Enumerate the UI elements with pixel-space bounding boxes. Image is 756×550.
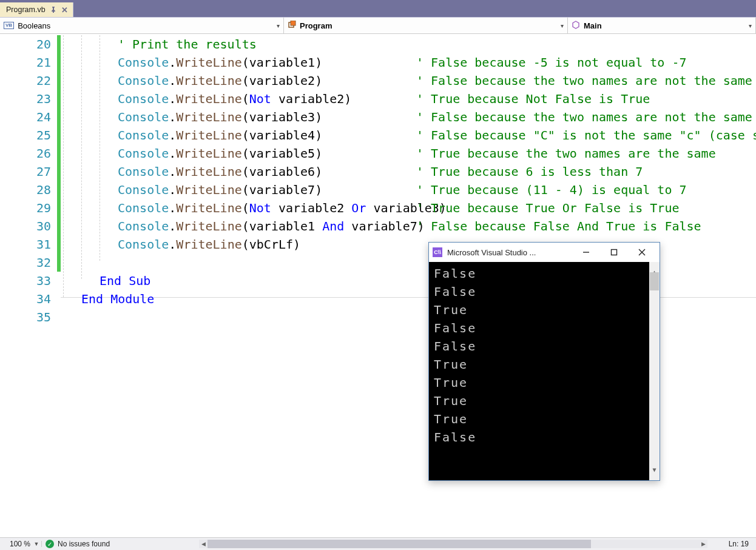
code-line[interactable]: Console.WriteLine(variable7)' True becau… bbox=[61, 181, 756, 199]
line-number: 25 bbox=[0, 126, 51, 144]
close-button[interactable] bbox=[628, 243, 656, 261]
code-comment: ' False because the two names are not th… bbox=[416, 72, 752, 90]
code-line[interactable]: Console.WriteLine(Not variable2 Or varia… bbox=[61, 199, 756, 217]
code-line[interactable]: Console.WriteLine(variable4)' False beca… bbox=[61, 126, 756, 144]
svg-rect-1 bbox=[291, 21, 295, 25]
line-number: 35 bbox=[0, 308, 51, 326]
line-number: 27 bbox=[0, 163, 51, 181]
chevron-down-icon: ▾ bbox=[277, 22, 280, 29]
line-number: 30 bbox=[0, 217, 51, 235]
line-number: 28 bbox=[0, 181, 51, 199]
pin-icon[interactable] bbox=[50, 7, 56, 13]
console-line: True bbox=[434, 374, 655, 392]
line-number: 23 bbox=[0, 90, 51, 108]
document-tab-label: Program.vb bbox=[6, 5, 46, 14]
document-tab-strip: Program.vb ✕ bbox=[0, 0, 756, 18]
code-comment: ' True because the two names are the sam… bbox=[416, 144, 716, 163]
scope-name: Booleans bbox=[18, 21, 50, 30]
horizontal-scrollbar[interactable]: ◀ ▶ bbox=[199, 540, 707, 548]
member-dropdown[interactable]: Main ▾ bbox=[568, 18, 756, 33]
code-line[interactable]: Console.WriteLine(variable5)' True becau… bbox=[61, 144, 756, 163]
vb-project-icon: VB bbox=[4, 22, 14, 29]
code-comment: ' False because the two names are not th… bbox=[416, 108, 752, 126]
debug-console-window[interactable]: C\\ Microsoft Visual Studio ... ▲ ▼ Fals… bbox=[428, 242, 660, 481]
code-navigation-bar: VB Booleans ▾ Program ▾ Main ▾ bbox=[0, 18, 756, 34]
line-indicator: Ln: 19 bbox=[729, 540, 749, 548]
chevron-down-icon: ▾ bbox=[561, 22, 564, 29]
scope-dropdown[interactable]: VB Booleans ▾ bbox=[0, 18, 284, 33]
code-comment: ' True because 6 is less than 7 bbox=[416, 163, 643, 181]
code-comment: ' True because (11 - 4) is equal to 7 bbox=[416, 181, 687, 199]
line-number: 33 bbox=[0, 272, 51, 290]
line-number: 26 bbox=[0, 144, 51, 163]
member-name: Main bbox=[584, 21, 602, 30]
debug-console-title: Microsoft Visual Studio ... bbox=[447, 248, 536, 257]
console-line: True bbox=[434, 301, 655, 319]
console-line: False bbox=[434, 283, 655, 301]
status-bar: 100 % ▼ ✓ No issues found ◀ ▶ Ln: 19 bbox=[0, 537, 756, 550]
scroll-down-icon[interactable]: ▼ bbox=[652, 460, 656, 480]
line-number: 21 bbox=[0, 53, 51, 72]
code-comment: ' False because "C" is not the same "c" … bbox=[416, 126, 756, 144]
minimize-button[interactable] bbox=[572, 243, 600, 261]
code-line[interactable]: Console.WriteLine(variable6)' True becau… bbox=[61, 163, 756, 181]
svg-rect-3 bbox=[612, 250, 617, 255]
code-line[interactable]: Console.WriteLine(variable3)' False beca… bbox=[61, 108, 756, 126]
class-icon bbox=[288, 21, 296, 31]
zoom-chevron-icon[interactable]: ▼ bbox=[32, 541, 42, 547]
code-line[interactable]: Console.WriteLine(Not variable2)' True b… bbox=[61, 90, 756, 108]
scrollbar-thumb[interactable] bbox=[208, 540, 591, 548]
code-comment: ' False because False And True is False bbox=[416, 217, 701, 235]
console-line: True bbox=[434, 392, 655, 410]
code-line[interactable]: Console.WriteLine(variable1 And variable… bbox=[61, 217, 756, 235]
line-number: 31 bbox=[0, 235, 51, 253]
close-tab-icon[interactable]: ✕ bbox=[61, 5, 68, 15]
scroll-left-icon[interactable]: ◀ bbox=[199, 541, 208, 547]
code-comment: ' True because True Or False is True bbox=[416, 199, 679, 217]
line-number: 29 bbox=[0, 199, 51, 217]
line-number: 34 bbox=[0, 290, 51, 308]
console-line: False bbox=[434, 428, 655, 446]
console-scrollbar[interactable]: ▲ ▼ bbox=[649, 262, 660, 480]
code-line[interactable]: ' Print the results bbox=[61, 35, 756, 53]
code-comment: ' True because Not False is True bbox=[416, 90, 650, 108]
document-tab[interactable]: Program.vb ✕ bbox=[0, 2, 73, 17]
scroll-right-icon[interactable]: ▶ bbox=[699, 541, 707, 547]
zoom-level[interactable]: 100 % bbox=[0, 540, 32, 548]
code-comment: ' False because -5 is not equal to -7 bbox=[416, 53, 687, 72]
console-line: False bbox=[434, 337, 655, 355]
debug-console-titlebar[interactable]: C\\ Microsoft Visual Studio ... bbox=[429, 243, 660, 262]
console-line: False bbox=[434, 264, 655, 283]
issues-text: No issues found bbox=[58, 540, 110, 548]
console-line: True bbox=[434, 355, 655, 374]
line-number-gutter: 20212223242526272829303132333435 bbox=[0, 34, 57, 537]
chevron-down-icon: ▾ bbox=[749, 22, 752, 29]
line-number: 20 bbox=[0, 35, 51, 53]
console-line: False bbox=[434, 319, 655, 337]
debug-console-output[interactable]: ▲ ▼ FalseFalseTrueFalseFalseTrueTrueTrue… bbox=[429, 262, 660, 480]
code-line[interactable]: Console.WriteLine(variable2)' False beca… bbox=[61, 72, 756, 90]
line-number: 32 bbox=[0, 253, 51, 272]
line-number: 24 bbox=[0, 108, 51, 126]
code-line[interactable]: Console.WriteLine(variable1)' False beca… bbox=[61, 53, 756, 72]
maximize-button[interactable] bbox=[600, 243, 628, 261]
method-icon bbox=[572, 21, 580, 31]
scrollbar-thumb[interactable] bbox=[650, 272, 659, 290]
ok-check-icon: ✓ bbox=[46, 540, 54, 548]
console-line: True bbox=[434, 410, 655, 428]
class-name: Program bbox=[300, 21, 332, 30]
class-dropdown[interactable]: Program ▾ bbox=[284, 18, 568, 33]
line-number: 22 bbox=[0, 72, 51, 90]
vs-app-icon: C\\ bbox=[433, 247, 442, 257]
